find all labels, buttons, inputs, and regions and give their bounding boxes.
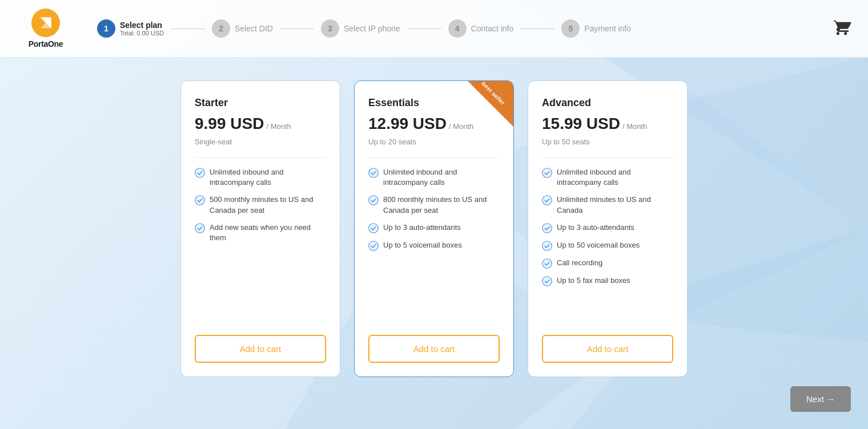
advanced-divider [542,157,673,158]
step-1-circle: 1 [97,19,115,38]
step-5: 5 Payment info [561,19,631,38]
step-2: 2 Select DID [212,19,273,38]
svg-point-11 [369,241,379,251]
check-icon-1 [195,168,205,178]
step-1-sublabel: Total: 0.00 USD [120,30,164,37]
starter-plan-name: Starter [195,97,326,109]
check-icon-e1 [368,168,379,178]
step-connector-2 [280,29,314,29]
check-icon-3 [195,223,205,233]
essentials-feature-1: Unlimited inbound and intracompany calls [368,167,500,188]
logo-area: PortaOne [17,9,74,48]
essentials-seats: Up to 20 seats [368,137,500,146]
advanced-feature-1: Unlimited inbound and intracompany calls [542,167,673,188]
check-icon-a5 [542,258,552,269]
logo-icon [31,9,60,37]
step-1-info: Select plan Total: 0.00 USD [120,21,164,37]
step-2-label: Select DID [235,24,273,33]
starter-feature-2: 500 monthly minutes to US and Canada per… [195,195,326,215]
check-icon-e2 [368,195,379,205]
check-icon-e3 [368,223,379,233]
steps-nav: 1 Select plan Total: 0.00 USD 2 Select D… [97,19,833,38]
step-2-info: Select DID [235,24,273,33]
step-5-circle: 5 [561,19,580,38]
svg-point-13 [542,196,552,205]
svg-point-9 [369,196,379,205]
step-4-info: Contact info [471,24,514,33]
step-3-info: Select IP phone [344,24,400,33]
starter-features: Unlimited inbound and intracompany calls… [195,167,326,321]
advanced-plan-name: Advanced [542,97,673,109]
advanced-features: Unlimited inbound and intracompany calls… [542,167,673,321]
advanced-feature-3: Up to 3 auto-attendants [542,222,673,233]
check-icon-2 [195,195,205,205]
essentials-features: Unlimited inbound and intracompany calls… [368,167,500,321]
step-connector-3 [407,29,441,29]
next-button-area: Next → [790,386,851,412]
advanced-price-amount: 15.99 USD [542,115,620,133]
advanced-price-period: / Month [622,122,647,131]
essentials-add-to-cart-button[interactable]: Add to cart [368,335,500,363]
step-4: 4 Contact info [448,19,514,38]
svg-point-7 [195,224,205,233]
svg-point-17 [542,277,552,286]
plan-card-starter: Starter 9.99 USD / Month Single-seat Unl… [180,80,340,377]
essentials-price-amount: 12.99 USD [368,115,447,133]
check-icon-a1 [542,168,552,178]
step-1: 1 Select plan Total: 0.00 USD [97,19,164,38]
essentials-feature-2: 800 monthly minutes to US and Canada per… [368,195,500,215]
step-5-label: Payment info [584,24,631,33]
logo-text: PortaOne [29,39,63,48]
svg-point-12 [542,168,552,178]
advanced-seats: Up to 50 seats [542,137,673,146]
starter-add-to-cart-button[interactable]: Add to cart [195,335,326,363]
advanced-plan-price: 15.99 USD / Month [542,115,673,133]
step-4-circle: 4 [448,19,467,38]
essentials-feature-3: Up to 3 auto-attendants [368,222,500,233]
header: PortaOne 1 Select plan Total: 0.00 USD 2… [0,0,868,58]
step-3: 3 Select IP phone [321,19,400,38]
main-content: Starter 9.99 USD / Month Single-seat Unl… [0,58,868,400]
step-4-label: Contact info [471,24,514,33]
cart-icon [833,18,851,37]
portaone-logo-icon [38,15,53,30]
step-3-circle: 3 [321,19,339,38]
starter-price-period: / Month [266,122,291,131]
advanced-feature-2: Unlimited minutes to US and Canada [542,195,673,215]
svg-point-14 [542,224,552,233]
advanced-add-to-cart-button[interactable]: Add to cart [542,335,673,363]
starter-feature-1: Unlimited inbound and intracompany calls [195,167,326,188]
svg-point-5 [195,168,205,178]
svg-point-8 [369,168,379,178]
plan-card-essentials: best seller Essentials 12.99 USD / Month… [354,80,514,377]
check-icon-a4 [542,241,552,251]
best-seller-text: best seller [476,81,511,111]
step-connector-1 [171,29,205,29]
plan-card-advanced: Advanced 15.99 USD / Month Up to 50 seat… [528,80,688,377]
step-connector-4 [520,29,554,29]
advanced-feature-4: Up to 50 voicemail boxes [542,240,673,251]
step-1-label: Select plan [120,21,164,30]
step-5-info: Payment info [584,24,631,33]
svg-point-10 [369,224,379,233]
check-icon-e4 [368,241,379,251]
svg-point-16 [542,259,552,269]
svg-point-15 [542,241,552,251]
best-seller-badge: best seller [468,81,513,127]
next-button[interactable]: Next → [790,386,851,412]
step-3-label: Select IP phone [344,24,400,33]
cart-icon-area[interactable] [833,18,851,39]
starter-seats: Single-seat [195,137,326,146]
svg-point-6 [195,196,205,205]
advanced-feature-6: Up to 5 fax mail boxes [542,276,673,286]
starter-price-amount: 9.99 USD [195,115,264,133]
essentials-feature-4: Up to 5 voicemail boxes [368,240,500,251]
starter-feature-3: Add new seats when you need them [195,222,326,243]
advanced-feature-5: Call recording [542,258,673,269]
step-2-circle: 2 [212,19,230,38]
starter-plan-price: 9.99 USD / Month [195,115,326,133]
starter-divider [195,157,326,158]
check-icon-a2 [542,195,552,205]
check-icon-a3 [542,223,552,233]
check-icon-a6 [542,276,552,286]
